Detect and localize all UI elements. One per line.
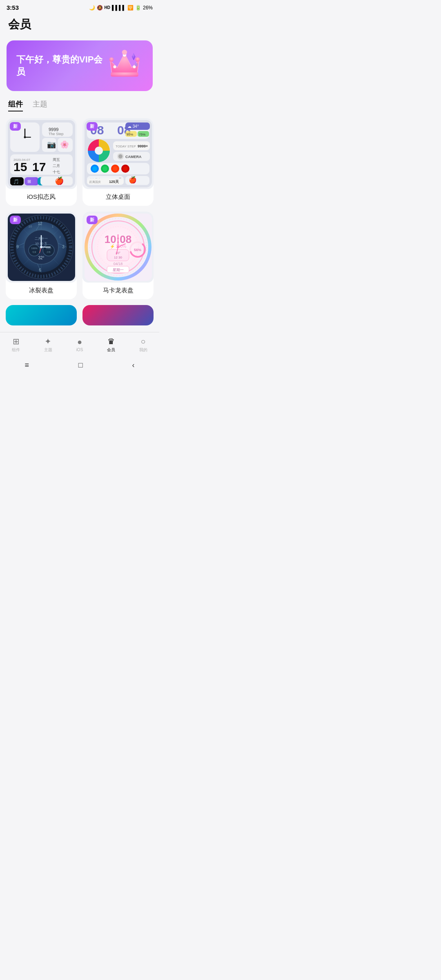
- svg-text:95%: 95%: [127, 133, 133, 136]
- new-badge-ios: 新: [10, 122, 21, 131]
- page-title: 会员: [8, 17, 151, 32]
- svg-point-110: [40, 246, 42, 248]
- status-bar: 3:53 🌙 🔕 HD ▌▌▌▌ 🛜 🔋 26%: [0, 0, 159, 13]
- partial-card-left[interactable]: [6, 305, 77, 325]
- svg-text:6: 6: [39, 268, 41, 272]
- themes-nav-icon: ✦: [45, 336, 51, 346]
- svg-text:🌸: 🌸: [60, 140, 69, 149]
- svg-text:12 30: 12 30: [114, 256, 122, 259]
- svg-text:12: 12: [38, 221, 42, 226]
- svg-text:2: 2: [59, 235, 61, 239]
- moon-icon: 🌙: [89, 5, 95, 11]
- svg-marker-7: [132, 53, 136, 60]
- svg-text:9999+: 9999+: [138, 144, 148, 148]
- svg-text:32°: 32°: [38, 256, 44, 260]
- widget-card-macaron[interactable]: 新: [82, 212, 154, 299]
- svg-point-4: [109, 58, 114, 62]
- themes-nav-label: 主题: [44, 347, 52, 353]
- partial-cards-row: [0, 305, 159, 325]
- svg-text:125天: 125天: [109, 180, 119, 184]
- status-icons: 🌙 🔕 HD ▌▌▌▌ 🛜 🔋 26%: [89, 5, 153, 11]
- member-nav-icon: ♛: [107, 336, 115, 346]
- widget-card-ice[interactable]: 新: [6, 212, 77, 299]
- nav-item-widgets[interactable]: ⊞ 组件: [12, 336, 20, 353]
- widgets-nav-label: 组件: [12, 347, 20, 353]
- svg-text:CAMERA: CAMERA: [125, 155, 142, 159]
- widgets-nav-icon: ⊞: [13, 336, 20, 346]
- svg-text:TODAY STEP: TODAY STEP: [116, 145, 136, 148]
- home-button[interactable]: □: [78, 361, 83, 370]
- svg-text:3: 3: [62, 245, 65, 249]
- svg-text:9: 9: [16, 245, 19, 249]
- svg-point-67: [102, 166, 107, 171]
- bottom-nav: ⊞ 组件 ✦ 主题 ● iOS ♛ 会员 ○ 我的: [0, 332, 159, 356]
- tab-themes[interactable]: 主题: [33, 99, 47, 111]
- widget-thumb-ios: 新 9999 The Step 📷: [6, 118, 77, 189]
- svg-text:04/18: 04/18: [113, 262, 122, 266]
- svg-text:🍎: 🍎: [55, 176, 64, 185]
- ios-nav-label: iOS: [76, 347, 83, 352]
- svg-text:100%: 100%: [31, 247, 38, 249]
- nav-item-themes[interactable]: ✦ 主题: [44, 336, 52, 353]
- tabs: 组件 主题: [0, 99, 159, 111]
- svg-point-5: [136, 58, 140, 62]
- svg-text:周五: 周五: [53, 158, 60, 162]
- crown-icon: [106, 49, 143, 82]
- svg-text:二月: 二月: [53, 164, 60, 168]
- svg-text:75%: 75%: [139, 133, 145, 136]
- svg-text:十七: 十七: [53, 170, 60, 174]
- back-button[interactable]: ‹: [132, 361, 135, 370]
- new-badge-3d: 新: [87, 122, 98, 131]
- tab-widgets[interactable]: 组件: [8, 99, 23, 111]
- widget-thumb-macaron: 新: [82, 212, 154, 283]
- sys-nav-bar: ≡ □ ‹: [0, 356, 159, 373]
- svg-text:星期一: 星期一: [112, 268, 123, 272]
- widget-label-ios: iOS拟态风: [6, 189, 77, 206]
- battery-icon: 🔋: [135, 5, 141, 11]
- widget-thumb-3d: 新 08 08 ☁ 34° 95% 75%: [82, 118, 154, 189]
- menu-button[interactable]: ≡: [24, 361, 29, 370]
- svg-point-100: [29, 245, 40, 256]
- new-badge-ice: 新: [10, 216, 21, 224]
- svg-text:⊞: ⊞: [27, 179, 31, 184]
- svg-point-6: [122, 50, 127, 55]
- svg-text:☁ 34°: ☁ 34°: [127, 124, 139, 129]
- nav-item-ios[interactable]: ● iOS: [76, 337, 83, 352]
- svg-text:9999: 9999: [49, 127, 58, 132]
- mine-nav-label: 我的: [139, 347, 147, 353]
- widget-label-3d: 立体桌面: [82, 189, 154, 206]
- svg-text:The Step: The Step: [49, 132, 64, 136]
- svg-text:1: 1: [51, 225, 53, 228]
- partial-card-right[interactable]: [82, 305, 154, 325]
- svg-point-65: [92, 166, 97, 171]
- svg-text:10: 10: [28, 225, 32, 228]
- status-time: 3:53: [7, 4, 19, 11]
- nav-item-mine[interactable]: ○ 我的: [139, 337, 147, 353]
- svg-point-103: [43, 245, 54, 256]
- svg-point-71: [123, 166, 128, 171]
- widgets-grid: 新 9999 The Step 📷: [0, 118, 159, 299]
- svg-point-131: [117, 246, 119, 248]
- svg-point-2: [113, 65, 116, 68]
- svg-text:17: 17: [32, 160, 46, 174]
- nav-item-member[interactable]: ♛ 会员: [107, 336, 115, 353]
- widget-thumb-ice: 新: [6, 212, 77, 283]
- widget-card-ios[interactable]: 新 9999 The Step 📷: [6, 118, 77, 206]
- widget-card-3d[interactable]: 新 08 08 ☁ 34° 95% 75%: [82, 118, 154, 206]
- battery-percent: 26%: [143, 5, 153, 11]
- svg-text:56%: 56%: [134, 248, 141, 252]
- widget-label-ice: 冰裂表盘: [6, 283, 77, 299]
- svg-text:📷: 📷: [47, 140, 56, 149]
- mine-nav-icon: ○: [141, 337, 146, 346]
- signal-icon: ▌▌▌▌: [112, 5, 126, 11]
- vip-banner[interactable]: 下午好，尊贵的VIP会员: [7, 40, 153, 91]
- wifi-icon: 🛜: [127, 5, 134, 11]
- member-nav-label: 会员: [107, 347, 115, 353]
- svg-point-61: [118, 154, 122, 158]
- hd-icon: HD: [105, 5, 110, 10]
- vip-text: 下午好，尊贵的VIP会员: [16, 53, 106, 78]
- vip-crown-area: [106, 49, 143, 82]
- svg-text:15: 15: [13, 160, 27, 174]
- svg-text:距离国庆: 距离国庆: [89, 180, 101, 183]
- ios-nav-icon: ●: [77, 337, 82, 347]
